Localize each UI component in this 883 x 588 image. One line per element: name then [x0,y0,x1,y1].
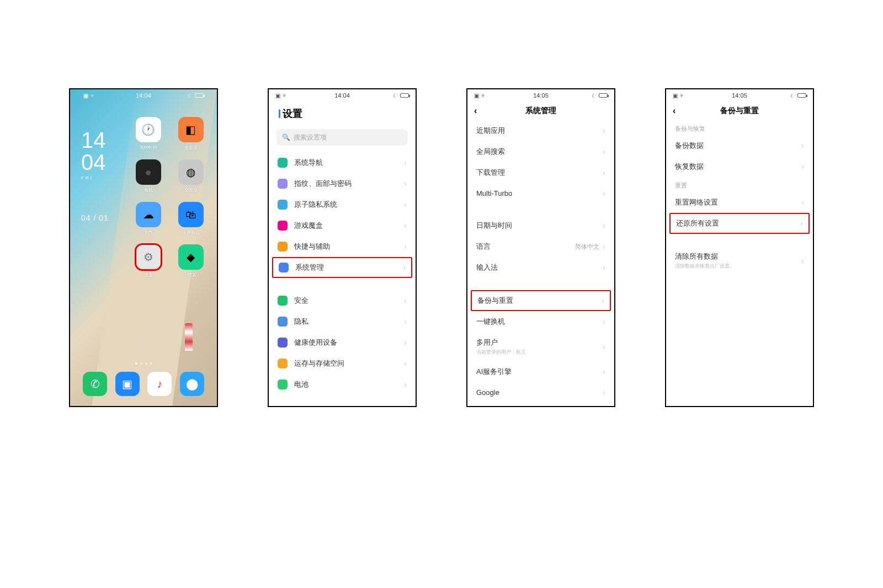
chevron-right-icon: › [404,158,407,167]
row-ai[interactable]: AI服务引擎› [467,361,614,382]
app-cube-icon: ◧ [178,117,204,142]
row-backup-reset[interactable]: 备份与重置› [471,290,611,311]
chevron-right-icon: › [404,242,407,251]
row-multiuser-label: 多用户 [476,338,603,348]
row-clear-all-sublabel: 清除数据并恢复出厂设置。 [675,263,801,270]
header: ‹ 系统管理 [467,101,614,120]
app-cube-label: 变形器 [184,145,198,151]
row-health[interactable]: 健康使用设备› [269,332,416,353]
row-google-label: Google [476,388,603,397]
app-weather[interactable]: ☁天气 [131,202,166,236]
row-download[interactable]: 下载管理› [467,162,614,183]
row-easyswap-label: 一键换机 [476,317,603,327]
dock-phone[interactable]: ✆ [83,372,107,396]
search-placeholder: 搜索设置项 [294,133,327,142]
header: ‹ 备份与重置 [666,101,813,120]
chevron-right-icon: › [801,256,804,265]
battery-icon [195,93,204,98]
row-security[interactable]: 安全› [269,290,416,311]
row-multiturbo[interactable]: Multi-Turbo› [467,183,614,203]
battery-icon [400,93,409,98]
row-reset-network[interactable]: 重置网络设置› [666,192,813,213]
row-atom[interactable]: 原子隐私系统› [269,194,416,215]
statusbar-time: 14:04 [77,92,210,99]
app-box[interactable]: ◍交互器 [173,159,208,193]
app-camera-icon: ● [136,159,161,185]
row-clear-all[interactable]: 清除所有数据清除数据并恢复出厂设置。› [666,246,813,275]
home-apps-grid: 🕐闹钟时钟◧变形器●相机◍交互器☁天气🛍应用商店⚙设置◆i 搜索 [131,117,208,278]
home-page-indicator [70,362,217,365]
row-google[interactable]: Google› [467,382,614,402]
row-backup-data-label: 备份数据 [675,141,801,151]
row-storage-icon [278,359,288,368]
row-search-label: 全局搜索 [476,147,603,157]
chevron-right-icon: › [603,168,605,177]
app-clock[interactable]: 🕐闹钟时钟 [131,117,166,151]
statusbar-time: 14:05 [666,92,813,99]
row-reset-all[interactable]: 还原所有设置› [669,213,810,234]
search-input[interactable]: 🔍 搜索设置项 [276,129,408,146]
row-datetime[interactable]: 日期与时间› [467,215,614,236]
row-fingerprint-label: 指纹、面部与密码 [294,179,404,189]
row-backup-reset-label: 备份与重置 [477,296,602,306]
app-search-icon: ◆ [178,244,204,270]
row-recent[interactable]: 近期应用› [467,120,614,141]
row-clear-all-label: 清除所有数据 [675,252,801,261]
chevron-right-icon: › [801,198,804,207]
app-camera[interactable]: ●相机 [131,159,166,193]
chevron-right-icon: › [404,317,407,326]
row-sysmgmt[interactable]: 系统管理› [272,257,412,278]
row-input-label: 输入法 [476,263,603,272]
chevron-right-icon: › [603,263,605,272]
row-search[interactable]: 全局搜索› [467,141,614,162]
chevron-right-icon: › [603,317,605,326]
row-language[interactable]: 语言简体中文› [467,236,614,257]
phone-screen-backup-reset: ▣ᯤ 14:05 ☾ ‹ 备份与重置 备份与恢复备份数据›恢复数据›重置重置网络… [665,88,814,407]
row-restore-data[interactable]: 恢复数据› [666,156,813,177]
app-camera-label: 相机 [144,187,153,193]
row-easyswap[interactable]: 一键换机› [467,311,614,332]
row-input[interactable]: 输入法› [467,257,614,278]
row-sysnav-icon [278,158,288,168]
statusbar-time: 14:04 [269,92,416,99]
row-backup-data[interactable]: 备份数据› [666,135,813,156]
chevron-right-icon: › [801,141,804,150]
row-sysnav[interactable]: 系统导航› [269,152,416,173]
chevron-right-icon: › [404,179,407,188]
settings-list: 备份与恢复备份数据›恢复数据›重置重置网络设置›还原所有设置›清除所有数据清除数… [666,120,813,275]
app-clock-label: 闹钟时钟 [140,145,157,151]
chevron-right-icon: › [800,219,803,228]
row-battery[interactable]: 电池› [269,374,416,395]
row-battery-icon [278,379,288,389]
row-storage[interactable]: 运存与存储空间› [269,353,416,374]
dock-mail[interactable]: ▣ [115,372,140,396]
chevron-right-icon: › [403,263,406,272]
row-shortcut[interactable]: 快捷与辅助› [269,236,416,257]
page-title: 备份与重置 [666,106,813,116]
settings-list: 近期应用›全局搜索›下载管理›Multi-Turbo›日期与时间›语言简体中文›… [467,120,614,402]
app-search[interactable]: ◆i 搜索 [173,244,208,278]
row-atom-label: 原子隐私系统 [294,200,404,210]
row-gamebox[interactable]: 游戏魔盒› [269,215,416,236]
app-box-icon: ◍ [178,159,204,185]
app-store[interactable]: 🛍应用商店 [173,202,208,236]
row-language-label: 语言 [476,242,575,252]
chevron-right-icon: › [603,388,605,397]
row-health-icon [278,338,288,348]
chevron-right-icon: › [801,162,804,171]
page-title: 系统管理 [467,106,614,116]
statusbar: ▣ᯤ 14:04 ☾ [269,89,416,101]
row-fingerprint[interactable]: 指纹、面部与密码› [269,173,416,194]
row-multiuser[interactable]: 多用户当前登录的用户：机主› [467,332,614,361]
app-cube[interactable]: ◧变形器 [173,117,208,151]
row-sysmgmt-icon [279,263,289,272]
chevron-right-icon: › [602,296,604,305]
dock-music[interactable]: ♪ [147,372,172,396]
app-settings[interactable]: ⚙设置 [131,244,166,278]
app-settings-icon: ⚙ [136,244,161,270]
row-multiturbo-label: Multi-Turbo [476,189,603,197]
row-recent-label: 近期应用 [476,126,603,136]
row-privacy[interactable]: 隐私› [269,311,416,332]
phone-screen-settings: ▣ᯤ 14:04 ☾ 设置 🔍 搜索设置项 系统导航›指纹、面部与密码›原子隐私… [268,88,417,407]
dock-browser[interactable]: ⬤ [180,372,204,396]
